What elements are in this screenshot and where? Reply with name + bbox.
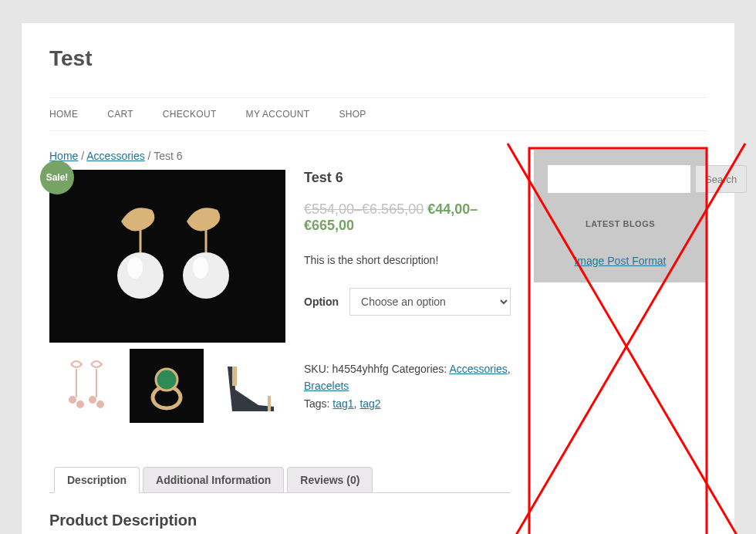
- new-price-high: €665,00: [304, 218, 354, 233]
- short-description: This is the short description!: [304, 254, 511, 266]
- category-link-accessories[interactable]: Accessories: [449, 363, 507, 375]
- categories-label: Categories:: [389, 363, 450, 375]
- product-summary: Test 6 €554,00–€6.565,00 €44,00–€665,00 …: [304, 170, 511, 423]
- tab-additional-information[interactable]: Additional Information: [143, 467, 284, 493]
- svg-point-8: [77, 401, 83, 407]
- svg-point-11: [97, 401, 103, 407]
- product-thumb-2[interactable]: [130, 349, 204, 423]
- primary-nav: HOME CART CHECKOUT MY ACCOUNT SHOP: [49, 97, 707, 131]
- shoe-icon: [212, 351, 282, 421]
- svg-point-2: [127, 257, 143, 279]
- product-title: Test 6: [304, 170, 511, 186]
- search-button[interactable]: Search: [695, 165, 747, 193]
- sku-value: h4554yhhfg: [332, 363, 389, 375]
- price-dash-old: –: [354, 201, 362, 217]
- tab-description[interactable]: Description: [54, 467, 140, 493]
- breadcrumb-sep2: /: [145, 150, 154, 162]
- svg-rect-15: [268, 396, 271, 411]
- breadcrumb-sep: /: [78, 150, 86, 162]
- product-tabs: Description Additional Information Revie…: [49, 466, 511, 534]
- comma1: ,: [508, 363, 511, 375]
- ring-icon: [136, 355, 197, 417]
- widget-title-latest-blogs: LATEST BLOGS: [548, 219, 693, 228]
- sku-label: SKU:: [304, 363, 332, 375]
- nav-cart[interactable]: CART: [107, 98, 133, 130]
- nav-checkout[interactable]: CHECKOUT: [163, 98, 217, 130]
- sidebar-link-image-post-format[interactable]: Image Post Format: [574, 255, 666, 267]
- description-heading: Product Description: [49, 512, 511, 529]
- option-label: Option: [304, 296, 339, 308]
- nav-shop[interactable]: SHOP: [339, 98, 366, 130]
- nav-home[interactable]: HOME: [49, 98, 78, 130]
- breadcrumb-category[interactable]: Accessories: [86, 150, 144, 162]
- earrings-pink-icon: [56, 355, 117, 417]
- product-main-image[interactable]: Sale!: [49, 170, 285, 343]
- tab-panel-description: Product Description: [49, 493, 511, 534]
- old-price-high: €6.565,00: [362, 201, 424, 217]
- svg-point-1: [117, 252, 164, 299]
- svg-point-7: [69, 397, 76, 403]
- sale-badge: Sale!: [40, 161, 74, 194]
- svg-point-10: [89, 397, 96, 403]
- product-thumb-3[interactable]: [210, 349, 284, 423]
- svg-point-5: [193, 257, 208, 279]
- category-link-bracelets[interactable]: Bracelets: [304, 380, 349, 392]
- old-price-low: €554,00: [304, 201, 354, 217]
- earrings-icon: [83, 191, 252, 322]
- svg-point-4: [183, 252, 229, 299]
- search-input[interactable]: [548, 165, 690, 193]
- sidebar: Search LATEST BLOGS Image Post Format: [534, 150, 707, 534]
- new-price-low: €44,00: [427, 201, 470, 217]
- nav-my-account[interactable]: MY ACCOUNT: [246, 98, 310, 130]
- breadcrumb-current: Test 6: [154, 150, 182, 162]
- price-dash-new: –: [470, 201, 478, 217]
- tags-label: Tags:: [304, 397, 332, 410]
- tab-reviews[interactable]: Reviews (0): [287, 467, 373, 493]
- tag-link-2[interactable]: tag2: [359, 397, 380, 410]
- product-meta-line-2: Tags: tag1, tag2: [304, 395, 511, 412]
- product-gallery: Sale!: [49, 170, 285, 423]
- product-price: €554,00–€6.565,00 €44,00–€665,00: [304, 201, 511, 234]
- product-thumb-1[interactable]: [49, 349, 123, 423]
- product-meta-line-1: SKU: h4554yhhfg Categories: Accessories,…: [304, 360, 511, 395]
- option-select[interactable]: Choose an option: [349, 288, 511, 316]
- breadcrumb: Home / Accessories / Test 6: [49, 150, 511, 162]
- tag-link-1[interactable]: tag1: [332, 397, 353, 410]
- site-title[interactable]: Test: [49, 46, 707, 71]
